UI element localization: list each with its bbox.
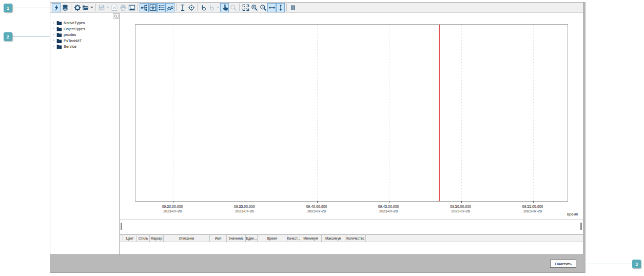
tree-item-label: PsTechMT — [64, 38, 82, 43]
tree-structure-icon — [141, 4, 148, 11]
column-header[interactable]: Описание — [164, 235, 210, 242]
column-header[interactable]: Маркер — [150, 235, 164, 242]
curves-toggle-button[interactable] — [166, 3, 174, 12]
toolbar-separator — [239, 4, 240, 11]
printer-icon — [120, 4, 127, 11]
callout-line-2 — [12, 36, 50, 37]
callout-badge-1: 1 — [4, 4, 12, 12]
tree-item-label: Service — [64, 44, 76, 49]
fit-horizontal-button[interactable] — [267, 3, 276, 12]
column-header[interactable]: Имя — [210, 235, 227, 242]
hand-pointer-icon — [221, 4, 228, 11]
content-area: › NativeTypes › ObjectTypes › proxies › — [50, 13, 583, 254]
toolbar-separator — [71, 4, 71, 11]
open-folder-button[interactable] — [82, 3, 94, 12]
chevron-right-icon[interactable]: › — [53, 38, 56, 43]
curves-icon — [167, 4, 174, 11]
column-header[interactable]: Цвет — [123, 235, 137, 242]
column-header[interactable]: Един... — [246, 235, 258, 242]
dropdown-caret-icon — [217, 7, 220, 8]
tree-panel: › NativeTypes › ObjectTypes › proxies › — [50, 13, 120, 254]
slider-handle-left[interactable] — [121, 223, 122, 230]
callout-number: 3 — [635, 262, 638, 267]
x-axis-tick-label: 09:30:00.0002023-07-28 — [162, 205, 183, 213]
pause-button[interactable] — [288, 3, 297, 12]
tree-search-button[interactable] — [113, 13, 119, 19]
tree-item-nativetypes[interactable]: › NativeTypes — [50, 20, 119, 26]
gear-button[interactable] — [73, 3, 82, 12]
toolbar-separator — [197, 4, 198, 11]
vertical-arrow-icon — [277, 4, 284, 11]
lightning-button[interactable] — [52, 3, 61, 12]
fit-vertical-button[interactable] — [276, 3, 285, 12]
tree-item-objecttypes[interactable]: › ObjectTypes — [50, 26, 119, 32]
zoom-out-icon — [260, 4, 267, 11]
database-icon — [62, 4, 69, 11]
fit-screen-button[interactable] — [241, 3, 250, 12]
app-window: › NativeTypes › ObjectTypes › proxies › — [50, 2, 586, 273]
column-header[interactable]: Минимум — [300, 235, 322, 242]
tree-item-label: NativeTypes — [64, 21, 85, 25]
image-icon — [128, 4, 135, 11]
column-header[interactable]: Стиль — [137, 235, 150, 242]
main-column: 09:30:00.0002023-07-28 09:35:00.0002023-… — [120, 13, 583, 254]
excel-export-button — [110, 3, 119, 12]
x-axis-title: Время — [567, 212, 578, 216]
gridline — [317, 25, 318, 201]
legend-table-body — [120, 242, 583, 254]
slider-handle-right[interactable] — [580, 223, 582, 230]
hand-pan-button[interactable] — [220, 3, 229, 12]
database-button[interactable] — [61, 3, 69, 12]
gridline — [533, 25, 534, 201]
magnifier-icon — [230, 4, 237, 11]
excel-export-icon — [111, 4, 118, 11]
gridline — [245, 25, 245, 201]
chevron-right-icon[interactable]: › — [53, 45, 56, 49]
column-header[interactable]: Максимум — [322, 235, 345, 242]
gridline — [461, 25, 462, 201]
tree-item-proxies[interactable]: › proxies — [50, 32, 119, 38]
callout-badge-3: 3 — [632, 260, 641, 268]
target-button[interactable] — [187, 3, 196, 12]
tree-item-service[interactable]: › Service — [50, 44, 119, 50]
crosshair-panel-toggle-button[interactable] — [148, 3, 157, 12]
tree-item-pstechmt[interactable]: › PsTechMT — [50, 38, 119, 44]
column-header[interactable]: Качест... — [287, 235, 300, 242]
dropdown-caret-icon — [90, 7, 93, 8]
legend-list-toggle-button[interactable] — [157, 3, 166, 12]
lightning-icon — [53, 4, 60, 11]
print-button — [119, 3, 127, 12]
x-axis-tick-label: 09:40:00.0002023-07-28 — [306, 205, 327, 213]
chevron-right-icon[interactable]: › — [53, 21, 56, 25]
tree-item-label: ObjectTypes — [64, 27, 85, 31]
chevron-right-icon[interactable]: › — [53, 27, 56, 31]
folder-icon — [56, 21, 62, 25]
zoom-select-button — [229, 3, 238, 12]
screenshot-canvas: › NativeTypes › ObjectTypes › proxies › — [0, 0, 644, 276]
horizontal-arrow-icon — [268, 4, 276, 11]
chevron-right-icon[interactable]: › — [53, 33, 56, 37]
toolbar-separator — [138, 4, 138, 11]
trend-chart: 09:30:00.0002023-07-28 09:35:00.0002023-… — [120, 13, 583, 220]
tree-item-label: proxies — [64, 32, 76, 37]
zoom-out-button[interactable] — [259, 3, 267, 12]
probe-button[interactable] — [199, 3, 208, 12]
folder-icon — [56, 32, 62, 37]
callout-badge-2: 2 — [4, 32, 12, 41]
column-header[interactable]: Значение — [227, 235, 246, 242]
image-export-button[interactable] — [127, 3, 136, 12]
folder-icon — [56, 38, 62, 43]
clear-button[interactable]: Очистить — [550, 260, 576, 268]
tree-panel-toggle-button[interactable] — [140, 3, 148, 12]
callout-number: 2 — [7, 34, 9, 40]
vertical-ruler-button[interactable] — [178, 3, 187, 12]
axis-tick — [173, 201, 173, 203]
column-header[interactable]: Количество — [345, 235, 366, 242]
plot-area[interactable] — [135, 24, 568, 202]
column-header[interactable]: Время — [258, 235, 287, 242]
zoom-in-icon — [251, 4, 258, 11]
probe-options-button — [208, 3, 220, 12]
zoom-in-button[interactable] — [250, 3, 259, 12]
time-range-slider[interactable] — [120, 220, 583, 234]
time-cursor-line[interactable] — [439, 25, 440, 201]
